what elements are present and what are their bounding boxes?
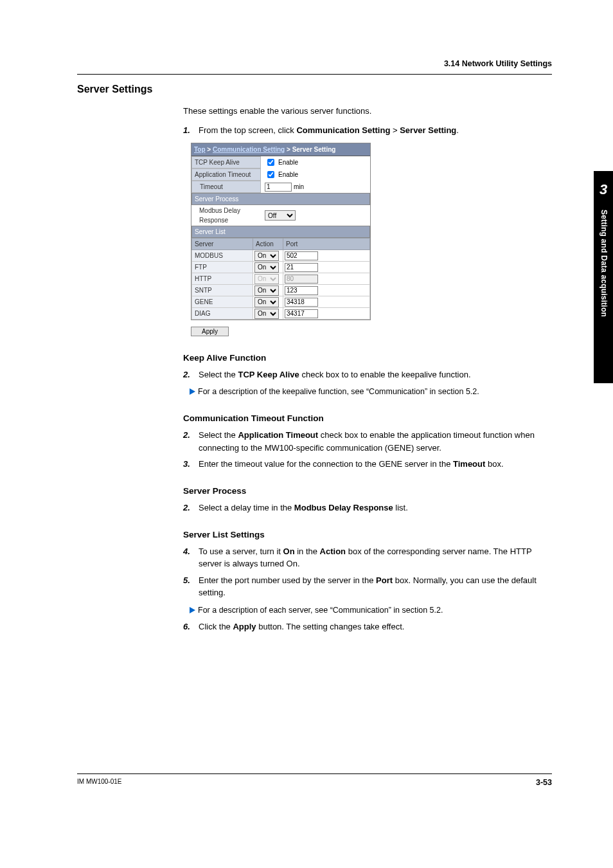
port-input[interactable] bbox=[285, 309, 318, 318]
list-step-6: 6. Click the Apply button. The setting c… bbox=[183, 620, 555, 633]
list-note: For a description of each server, see “C… bbox=[190, 604, 555, 617]
step-number: 6. bbox=[183, 620, 190, 633]
port-cell bbox=[283, 308, 370, 320]
table-row: GENEOn bbox=[192, 296, 370, 308]
port-input[interactable] bbox=[285, 263, 318, 272]
tcp-keep-alive-checkbox[interactable] bbox=[267, 159, 274, 166]
doc-id: IM MW100-01E bbox=[77, 777, 121, 789]
step-bold: Application Timeout bbox=[238, 430, 318, 440]
server-process-heading: Server Process bbox=[183, 485, 555, 498]
step-bold: Apply bbox=[233, 622, 256, 631]
server-name-cell: SNTP bbox=[192, 285, 253, 296]
step-number: 2. bbox=[183, 368, 190, 381]
list-step-4: 4. To use a server, turn it On in the Ac… bbox=[183, 545, 555, 570]
app-timeout-checkbox[interactable] bbox=[267, 171, 274, 178]
table-row: DIAGOn bbox=[192, 308, 370, 320]
crumb-top[interactable]: Top bbox=[194, 146, 206, 153]
action-select[interactable]: On bbox=[254, 262, 279, 273]
step-text: Enter the port number used by the server… bbox=[199, 575, 376, 585]
server-setting-panel: Top > Communication Setting > Server Set… bbox=[191, 143, 371, 320]
tcp-keep-alive-label: TCP Keep Alive bbox=[191, 156, 261, 168]
col-port: Port bbox=[283, 239, 370, 250]
step-bold: Timeout bbox=[453, 459, 485, 469]
commto-step-2: 2. Select the Application Timeout check … bbox=[183, 429, 555, 454]
step-bold: Server Setting bbox=[400, 125, 456, 135]
port-cell bbox=[283, 273, 370, 285]
chapter-number: 3 bbox=[594, 179, 613, 200]
action-select[interactable]: On bbox=[254, 309, 279, 319]
port-input[interactable] bbox=[285, 298, 318, 307]
timeout-input[interactable] bbox=[265, 183, 292, 192]
chapter-label: Setting and Data acquisition bbox=[598, 210, 610, 317]
enable-label: Enable bbox=[278, 170, 298, 179]
timeout-unit: min bbox=[294, 182, 304, 192]
server-process-bar: Server Process bbox=[191, 193, 370, 205]
action-select: On bbox=[254, 274, 279, 284]
list-step-5: 5. Enter the port number used by the ser… bbox=[183, 574, 555, 599]
keepalive-note: For a description of the keepalive funct… bbox=[190, 386, 555, 398]
step-number: 5. bbox=[183, 574, 190, 587]
modbus-delay-label: Modbus Delay Response bbox=[191, 205, 261, 226]
port-cell bbox=[283, 296, 370, 308]
server-name-cell: DIAG bbox=[192, 308, 253, 320]
timeout-label: Timeout bbox=[191, 181, 261, 193]
breadcrumb: Top > Communication Setting > Server Set… bbox=[191, 143, 370, 156]
port-input[interactable] bbox=[285, 286, 318, 295]
modbus-delay-select[interactable]: Off bbox=[265, 210, 296, 221]
app-timeout-label: Application Timeout bbox=[191, 168, 261, 181]
port-input[interactable] bbox=[285, 251, 318, 260]
step-bold: Communication Setting bbox=[296, 125, 390, 135]
header-rule bbox=[77, 74, 552, 75]
note-text: For a description of each server, see “C… bbox=[198, 606, 443, 615]
crumb-current: Server Setting bbox=[292, 146, 336, 153]
step-bold: Action bbox=[320, 547, 346, 556]
action-select[interactable]: On bbox=[254, 285, 279, 296]
action-cell: On bbox=[253, 250, 283, 262]
step-number: 4. bbox=[183, 545, 190, 558]
table-row: SNTPOn bbox=[192, 285, 370, 296]
action-select[interactable]: On bbox=[254, 297, 279, 307]
step-number: 2. bbox=[183, 429, 190, 442]
step-mid: in the bbox=[295, 547, 320, 556]
table-row: FTPOn bbox=[192, 262, 370, 273]
table-row: MODBUSOn bbox=[192, 250, 370, 262]
apply-button[interactable]: Apply bbox=[191, 327, 229, 336]
server-name-cell: FTP bbox=[192, 262, 253, 273]
step-number: 3. bbox=[183, 458, 190, 471]
action-select[interactable]: On bbox=[254, 251, 279, 261]
intro-text: These settings enable the various server… bbox=[183, 105, 555, 118]
port-cell bbox=[283, 250, 370, 262]
step-sep: > bbox=[390, 125, 400, 135]
step-bold: Port bbox=[376, 575, 393, 585]
step-text: Click the bbox=[199, 622, 233, 631]
action-cell: On bbox=[253, 296, 283, 308]
server-name-cell: MODBUS bbox=[192, 250, 253, 262]
step-post: box. bbox=[485, 459, 503, 469]
note-arrow-icon bbox=[190, 607, 195, 613]
step-bold: On bbox=[283, 547, 295, 556]
port-cell bbox=[283, 285, 370, 296]
server-list-heading: Server List Settings bbox=[183, 529, 555, 541]
server-list-table: Server Action Port MODBUSOnFTPOnHTTPOnSN… bbox=[191, 238, 370, 320]
server-name-cell: HTTP bbox=[192, 273, 253, 285]
action-cell: On bbox=[253, 273, 283, 285]
step-text: Select a delay time in the bbox=[199, 503, 294, 512]
step-post: . bbox=[456, 125, 459, 135]
port-input bbox=[285, 275, 318, 284]
action-cell: On bbox=[253, 285, 283, 296]
page-number: 3-53 bbox=[536, 777, 552, 789]
server-name-cell: GENE bbox=[192, 296, 253, 308]
step-post: button. The setting changes take effect. bbox=[256, 622, 405, 631]
note-arrow-icon bbox=[190, 388, 195, 395]
page-title: Server Settings bbox=[77, 82, 555, 97]
step-number: 2. bbox=[183, 502, 190, 514]
step-post: check box to to enable the keepalive fun… bbox=[299, 370, 471, 379]
section-header: 3.14 Network Utility Settings bbox=[444, 58, 552, 70]
step-number: 1. bbox=[183, 124, 190, 137]
crumb-comm[interactable]: Communication Setting bbox=[213, 146, 285, 153]
keepalive-step-2: 2. Select the TCP Keep Alive check box t… bbox=[183, 368, 555, 381]
step-text: To use a server, turn it bbox=[199, 547, 283, 556]
step-text: Select the bbox=[199, 430, 238, 440]
server-list-bar: Server List bbox=[191, 226, 370, 238]
step-text: From the top screen, click bbox=[199, 125, 296, 135]
